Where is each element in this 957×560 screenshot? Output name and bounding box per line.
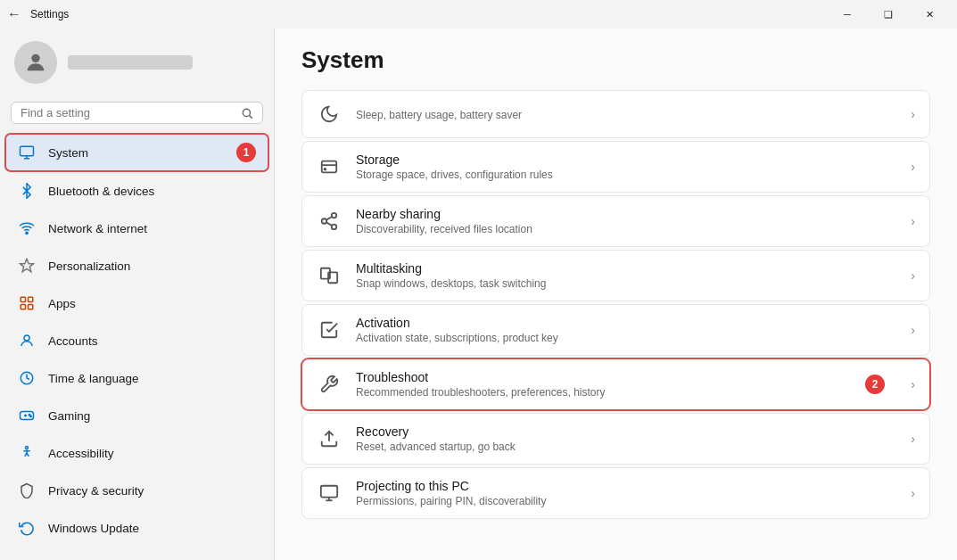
multitasking-icon [317,263,342,288]
svg-point-24 [332,225,337,229]
search-icon [241,107,253,119]
svg-point-11 [24,335,29,341]
svg-rect-9 [21,305,25,309]
settings-item-nearby-sharing[interactable]: Nearby sharing Discoverability, received… [301,195,930,247]
item-subtitle-activation: Activation state, subscriptions, product… [356,332,896,344]
apps-icon [18,294,36,312]
sidebar-item-label: Bluetooth & devices [48,185,154,198]
sleep-icon [317,102,342,127]
item-text-sleep: Sleep, battery usage, battery saver [356,107,896,121]
settings-item-activation[interactable]: Activation Activation state, subscriptio… [301,304,930,356]
item-title-troubleshoot: Troubleshoot [356,370,896,384]
settings-list: Sleep, battery usage, battery saver › St… [301,90,930,519]
item-title-recovery: Recovery [356,424,896,439]
item-title-storage: Storage [356,152,896,167]
svg-line-25 [326,222,332,226]
sidebar-item-label: Privacy & security [48,484,144,498]
troubleshoot-icon [317,372,342,397]
sidebar-item-label: Time & language [48,372,139,385]
projecting-icon [317,481,342,506]
item-text-multitasking: Multitasking Snap windows, desktops, tas… [356,261,896,290]
sidebar-item-privacy[interactable]: Privacy & security [5,473,268,508]
maximize-button[interactable]: ❑ [868,0,909,29]
network-icon [18,219,36,237]
privacy-icon [18,482,36,499]
bluetooth-icon [18,182,36,200]
svg-point-0 [31,54,39,62]
sidebar-item-label: Personalization [48,259,130,273]
chevron-icon: › [911,323,915,337]
settings-item-storage[interactable]: Storage Storage space, drives, configura… [301,141,930,193]
sidebar-item-personalization[interactable]: Personalization [5,248,268,284]
item-subtitle-troubleshoot: Recommended troubleshooters, preferences… [356,386,896,399]
nearby-sharing-icon [317,209,342,234]
search-input[interactable] [21,106,234,119]
sidebar-item-accessibility[interactable]: Accessibility [5,435,268,471]
chevron-icon: › [911,214,915,228]
chevron-icon: › [911,432,915,446]
search-box[interactable] [11,102,263,124]
svg-rect-7 [21,297,25,301]
badge-1: 1 [236,143,256,162]
sidebar-item-label: Network & internet [48,222,147,235]
settings-item-multitasking[interactable]: Multitasking Snap windows, desktops, tas… [301,250,930,301]
svg-point-1 [243,109,250,116]
item-title-multitasking: Multitasking [356,261,896,276]
item-text-storage: Storage Storage space, drives, configura… [356,152,896,181]
sidebar-item-label: Accessibility [48,447,114,460]
svg-rect-10 [29,305,33,309]
svg-point-21 [325,169,326,170]
minimize-button[interactable]: ─ [827,0,868,29]
app-body: System 1 Bluetooth & devices Ne [0,29,957,560]
title-bar: ← Settings ─ ❑ ✕ [0,0,957,29]
gaming-icon [18,407,36,424]
item-text-troubleshoot: Troubleshoot Recommended troubleshooters… [356,370,896,399]
avatar [14,41,57,84]
svg-point-23 [322,218,327,224]
accounts-icon [18,332,36,350]
storage-icon [317,154,342,179]
svg-rect-19 [322,161,337,173]
sidebar-item-gaming[interactable]: Gaming [5,398,268,433]
user-profile-area[interactable] [0,29,274,96]
svg-rect-30 [321,486,337,498]
svg-rect-3 [21,146,34,156]
sidebar-item-accounts[interactable]: Accounts [5,323,268,358]
sidebar-item-label: Apps [48,297,76,310]
time-icon [18,369,36,387]
sidebar-item-bluetooth[interactable]: Bluetooth & devices [5,173,268,209]
accessibility-icon [18,444,36,462]
item-subtitle-multitasking: Snap windows, desktops, task switching [356,277,896,290]
chevron-icon: › [911,107,915,121]
sidebar-item-label: Accounts [48,334,98,348]
svg-line-26 [326,217,332,220]
settings-item-projecting[interactable]: Projecting to this PC Permissions, pairi… [301,467,930,519]
chevron-icon: › [911,486,915,500]
settings-item-sleep[interactable]: Sleep, battery usage, battery saver › [301,90,930,138]
window-controls: ─ ❑ ✕ [827,0,950,29]
sidebar-item-label: Gaming [48,409,90,423]
settings-item-troubleshoot[interactable]: Troubleshoot Recommended troubleshooters… [301,358,930,410]
sidebar-item-apps[interactable]: Apps [5,285,268,321]
item-subtitle-recovery: Reset, advanced startup, go back [356,441,896,453]
sidebar-item-network[interactable]: Network & internet [5,210,268,246]
item-title-activation: Activation [356,316,896,330]
sidebar-item-system[interactable]: System 1 [5,134,268,171]
back-button[interactable]: ← [7,6,21,22]
item-text-projecting: Projecting to this PC Permissions, pairi… [356,479,896,507]
close-button[interactable]: ✕ [909,0,950,29]
app-title: Settings [30,8,69,21]
chevron-icon: › [911,160,915,174]
sidebar-item-time[interactable]: Time & language [5,360,268,396]
item-subtitle-projecting: Permissions, pairing PIN, discoverabilit… [356,495,896,507]
sidebar-item-label: System [48,146,88,160]
item-text-nearby: Nearby sharing Discoverability, received… [356,207,896,235]
svg-point-6 [26,232,28,234]
title-bar-left: ← Settings [7,6,69,22]
item-title-projecting: Projecting to this PC [356,479,896,493]
settings-item-recovery[interactable]: Recovery Reset, advanced startup, go bac… [301,413,930,465]
sidebar-item-windows-update[interactable]: Windows Update [5,510,268,546]
personalization-icon [18,257,36,275]
svg-point-22 [332,213,337,218]
svg-point-18 [26,447,29,449]
